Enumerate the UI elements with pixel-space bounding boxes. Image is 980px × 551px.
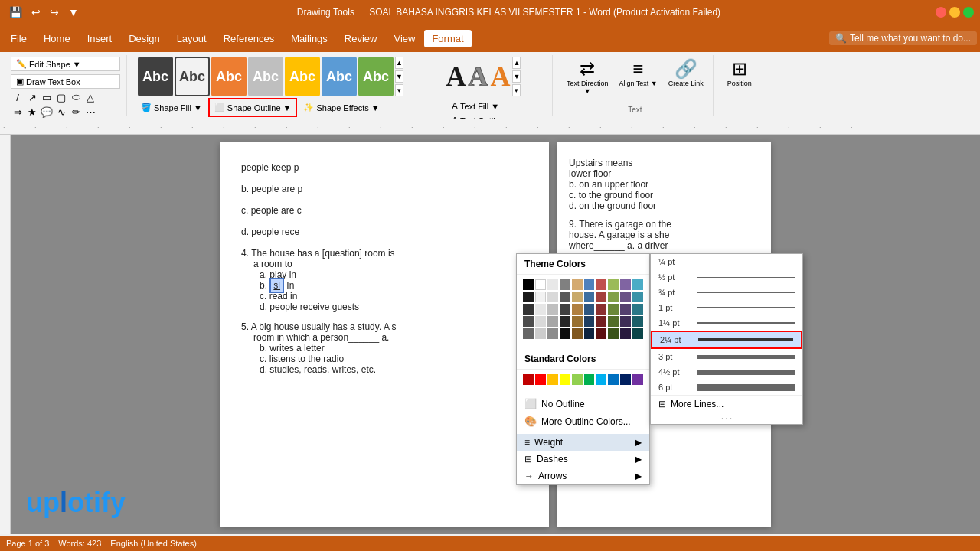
std-color-orange[interactable]: [547, 374, 558, 385]
shape-outline-button[interactable]: ⬜ Shape Outline ▼: [211, 101, 295, 114]
color-white[interactable]: [535, 279, 546, 290]
color-t3-6[interactable]: [584, 304, 595, 315]
style-scroll-up-button[interactable]: ▲: [395, 57, 403, 69]
style-more-button[interactable]: ▾: [395, 84, 403, 96]
color-t2-4[interactable]: [560, 292, 570, 302]
weight-3pt[interactable]: 3 pt: [651, 349, 802, 364]
menu-review[interactable]: Review: [337, 30, 385, 47]
weight-125pt[interactable]: 1¼ pt: [651, 315, 802, 331]
menu-insert[interactable]: Insert: [80, 30, 120, 47]
dashes-item[interactable]: ⊟ Dashes ▶: [517, 451, 649, 468]
align-text-button[interactable]: ≡ Align Text ▼: [616, 57, 660, 89]
color-t3-3[interactable]: [547, 304, 558, 315]
window-minimize-button[interactable]: [949, 7, 960, 18]
color-t2-9[interactable]: [620, 292, 631, 302]
color-t2-5[interactable]: [572, 292, 583, 302]
color-t5-7[interactable]: [596, 328, 606, 339]
more-colors-item[interactable]: 🎨 More Outline Colors...: [517, 412, 649, 430]
menu-format[interactable]: Format: [424, 30, 471, 47]
menu-view[interactable]: View: [386, 30, 423, 47]
color-t4-3[interactable]: [547, 316, 558, 327]
shape-callout-icon[interactable]: 💬: [40, 105, 54, 119]
color-t5-8[interactable]: [608, 328, 619, 339]
color-t3-2[interactable]: [535, 304, 546, 315]
color-t3-4[interactable]: [560, 304, 570, 315]
color-t3-7[interactable]: [596, 304, 606, 315]
menu-references[interactable]: References: [216, 30, 282, 47]
weight-item[interactable]: ≡ Weight ▶: [517, 434, 649, 451]
color-t4-1[interactable]: [523, 316, 534, 327]
window-maximize-button[interactable]: [963, 7, 974, 18]
style-btn-orange[interactable]: Abc: [211, 57, 247, 96]
arrows-item[interactable]: → Arrows ▶: [517, 468, 649, 484]
style-btn-outline-dark[interactable]: Abc: [175, 57, 210, 96]
color-t3-5[interactable]: [572, 304, 583, 315]
color-t4-7[interactable]: [596, 316, 606, 327]
color-t2-2[interactable]: [535, 292, 546, 302]
color-t4-9[interactable]: [620, 316, 631, 327]
weight-45pt[interactable]: 4½ pt: [651, 364, 802, 380]
save-button[interactable]: 💾: [6, 5, 25, 20]
no-outline-item[interactable]: ⬜ No Outline: [517, 395, 649, 412]
wordart-scroll-up-button[interactable]: ▲: [512, 57, 521, 69]
menu-design[interactable]: Design: [121, 30, 167, 47]
style-btn-dark[interactable]: Abc: [138, 57, 173, 96]
redo-button[interactable]: ↪: [47, 5, 62, 20]
std-color-red[interactable]: [535, 374, 546, 385]
wordart-scroll-down-button[interactable]: ▼: [512, 70, 521, 83]
color-t5-2[interactable]: [535, 328, 546, 339]
position-button[interactable]: ⊞ Position: [724, 57, 755, 89]
color-t3-10[interactable]: [632, 304, 643, 315]
color-t2-10[interactable]: [632, 292, 643, 302]
shape-rect-icon[interactable]: ▭: [40, 90, 54, 104]
wordart-a-orange[interactable]: A: [490, 60, 510, 93]
quick-access-dropdown-button[interactable]: ▼: [65, 5, 82, 20]
color-cyan-theme[interactable]: [632, 279, 643, 290]
color-t4-5[interactable]: [572, 316, 583, 327]
color-t2-6[interactable]: [584, 292, 595, 302]
more-lines-item[interactable]: ⊟ More Lines...: [651, 395, 802, 412]
style-btn-green[interactable]: Abc: [358, 57, 394, 96]
std-color-darkred[interactable]: [523, 374, 534, 385]
wordart-more-button[interactable]: ▾: [512, 84, 521, 96]
menu-home[interactable]: Home: [36, 30, 78, 47]
shape-freeform-icon[interactable]: ✏: [69, 105, 83, 119]
wordart-a-black[interactable]: A: [446, 60, 466, 93]
style-btn-gold[interactable]: Abc: [285, 57, 320, 96]
std-color-green[interactable]: [584, 374, 595, 385]
color-tan[interactable]: [572, 279, 583, 290]
weight-1pt[interactable]: 1 pt: [651, 300, 802, 315]
std-color-lightgreen[interactable]: [572, 374, 583, 385]
create-link-button[interactable]: 🔗 Create Link: [665, 57, 707, 89]
weight-6pt[interactable]: 6 pt: [651, 380, 802, 395]
color-t3-1[interactable]: [523, 304, 534, 315]
color-t3-8[interactable]: [608, 304, 619, 315]
color-t5-1[interactable]: [523, 328, 534, 339]
shape-curve-icon[interactable]: ∿: [54, 105, 68, 119]
color-red-theme[interactable]: [596, 279, 606, 290]
color-t5-5[interactable]: [572, 328, 583, 339]
weight-05pt[interactable]: ½ pt: [651, 269, 802, 285]
color-green-theme[interactable]: [608, 279, 619, 290]
shape-fill-button[interactable]: 🪣 Shape Fill ▼: [138, 101, 205, 114]
color-t5-3[interactable]: [547, 328, 558, 339]
style-btn-teal[interactable]: Abc: [322, 57, 357, 96]
weight-025pt[interactable]: ¼ pt: [651, 254, 802, 269]
shape-triangle-icon[interactable]: △: [83, 90, 97, 104]
text-direction-button[interactable]: ⇄ Text Direction ▼: [564, 57, 612, 96]
color-t2-7[interactable]: [596, 292, 606, 302]
wordart-a-gray[interactable]: A: [468, 60, 488, 93]
color-t2-1[interactable]: [523, 292, 534, 302]
shape-star-icon[interactable]: ★: [25, 105, 39, 119]
draw-text-box-button[interactable]: ▣ Draw Text Box: [11, 74, 120, 89]
undo-button[interactable]: ↩: [28, 5, 44, 20]
color-purple-theme[interactable]: [620, 279, 631, 290]
color-t5-10[interactable]: [632, 328, 643, 339]
std-color-lightblue[interactable]: [596, 374, 606, 385]
window-close-button[interactable]: [936, 7, 946, 18]
color-gray[interactable]: [560, 279, 570, 290]
menu-layout[interactable]: Layout: [169, 30, 214, 47]
color-t4-2[interactable]: [535, 316, 546, 327]
color-t4-10[interactable]: [632, 316, 643, 327]
menu-mailings[interactable]: Mailings: [283, 30, 335, 47]
